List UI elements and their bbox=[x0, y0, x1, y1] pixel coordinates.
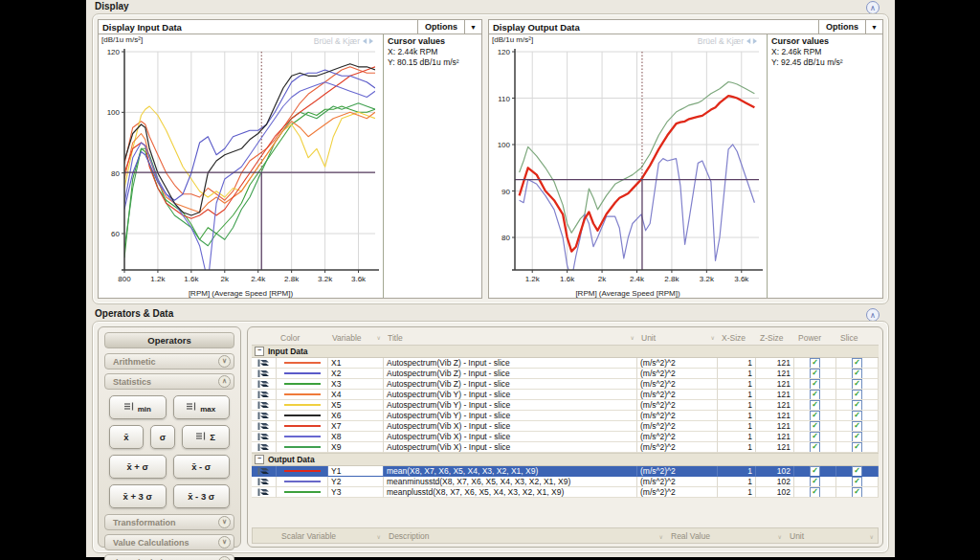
std-operator-button[interactable]: σ bbox=[150, 425, 175, 449]
output-spectrum-chart[interactable]: 1.2k1.6k2k2.4k2.8k3.2k3.6k8090100110120 bbox=[489, 45, 767, 286]
table-row-x3[interactable]: X3Autospectrum(Vib Z) - Input - slice(m/… bbox=[252, 379, 879, 390]
slice-checkbox[interactable]: ✓ bbox=[836, 442, 879, 453]
scalar-column-unit[interactable]: Unit∨ bbox=[786, 531, 878, 541]
operators-section-statistics[interactable]: Statistics∧ bbox=[104, 373, 234, 390]
table-row-y2[interactable]: Y2meanminusstd(X8, X7, X6, X5, X4, X3, X… bbox=[252, 477, 879, 487]
sort-chevron-icon[interactable]: ∨ bbox=[377, 533, 381, 540]
slice-checkbox[interactable]: ✓ bbox=[836, 487, 879, 498]
mean-plus-std-operator-button[interactable]: x̄ + σ bbox=[109, 455, 167, 479]
slice-checkbox[interactable]: ✓ bbox=[836, 466, 879, 477]
checkbox[interactable]: ✓ bbox=[852, 442, 862, 453]
input-spectrum-chart[interactable]: 8001.2k1.6k2k2.4k2.8k3.2k3.6k6080100120 bbox=[99, 45, 383, 286]
scalar-column-real-value[interactable]: Real Value∨ bbox=[667, 531, 786, 541]
power-checkbox[interactable]: ✓ bbox=[794, 390, 836, 400]
collapse-display-button[interactable]: ∧ bbox=[866, 1, 880, 14]
sort-chevron-icon[interactable]: ∨ bbox=[778, 533, 782, 540]
group-row-input-data[interactable]: −Input Data bbox=[252, 345, 879, 358]
sort-chevron-icon[interactable]: ∨ bbox=[631, 331, 635, 345]
power-checkbox[interactable]: ✓ bbox=[794, 442, 836, 453]
checkbox[interactable]: ✓ bbox=[810, 390, 820, 400]
checkbox[interactable]: ✓ bbox=[852, 477, 862, 487]
chevron-down-icon[interactable]: ∨ bbox=[218, 536, 231, 549]
chevron-down-icon[interactable]: ∨ bbox=[218, 355, 231, 368]
output-chart[interactable]: [dB/1u m/s²] Brüel & Kjær 1.2k1.6k2k2.4k… bbox=[489, 34, 767, 298]
operators-section-value-calculations[interactable]: Value Calculations∨ bbox=[104, 534, 234, 550]
mean-minus-3std-operator-button[interactable]: x̄ - 3 σ bbox=[173, 484, 231, 508]
variable-field[interactable]: X5 bbox=[328, 400, 384, 411]
curve-color-swatch[interactable] bbox=[277, 442, 328, 453]
column-header-z-size[interactable]: Z-Size bbox=[756, 331, 794, 345]
checkbox[interactable]: ✓ bbox=[852, 487, 862, 498]
checkbox[interactable]: ✓ bbox=[852, 379, 862, 390]
mean-operator-button[interactable]: x̄ bbox=[109, 425, 144, 449]
table-row-x9[interactable]: X9Autospectrum(Vib X) - Input - slice(m/… bbox=[252, 442, 879, 453]
column-header-power[interactable]: Power bbox=[794, 331, 836, 345]
slice-checkbox[interactable]: ✓ bbox=[836, 411, 879, 421]
title-field[interactable]: Autospectrum(Vib X) - Input - slice bbox=[384, 442, 637, 453]
title-field[interactable]: Autospectrum(Vib X) - Input - slice bbox=[384, 421, 637, 432]
checkbox[interactable]: ✓ bbox=[852, 358, 862, 369]
chevron-down-icon[interactable]: ∨ bbox=[218, 516, 231, 528]
checkbox[interactable]: ✓ bbox=[852, 466, 862, 477]
slice-checkbox[interactable]: ✓ bbox=[836, 432, 879, 442]
curve-color-swatch[interactable] bbox=[277, 421, 328, 432]
checkbox[interactable]: ✓ bbox=[810, 379, 820, 390]
table-row-x4[interactable]: X4Autospectrum(Vib Y) - Input - slice(m/… bbox=[252, 390, 879, 400]
variable-field[interactable]: X2 bbox=[328, 369, 384, 379]
slice-checkbox[interactable]: ✓ bbox=[836, 379, 879, 390]
operators-section-arithmetic[interactable]: Arithmetic∨ bbox=[104, 353, 234, 370]
curve-color-swatch[interactable] bbox=[277, 466, 328, 477]
column-header-variable[interactable]: Variable∨ bbox=[328, 331, 384, 345]
collapse-operators-button[interactable]: ∧ bbox=[866, 308, 880, 322]
column-header-title[interactable]: Title∨ bbox=[384, 331, 637, 345]
group-row-output-data[interactable]: −Output Data bbox=[252, 453, 879, 466]
sort-chevron-icon[interactable]: ∨ bbox=[659, 533, 663, 540]
power-checkbox[interactable]: ✓ bbox=[794, 379, 836, 390]
mean-plus-3std-operator-button[interactable]: x̄ + 3 σ bbox=[109, 484, 167, 508]
table-row-x6[interactable]: X6Autospectrum(Vib Y) - Input - slice(m/… bbox=[252, 411, 879, 421]
checkbox[interactable]: ✓ bbox=[852, 400, 862, 411]
checkbox[interactable]: ✓ bbox=[852, 421, 862, 432]
input-options-dropdown-icon[interactable]: ▼ bbox=[464, 20, 481, 34]
checkbox[interactable]: ✓ bbox=[810, 400, 820, 411]
checkbox[interactable]: ✓ bbox=[810, 466, 820, 477]
collapse-group-icon[interactable]: − bbox=[255, 347, 264, 356]
scalar-column-description[interactable]: Description∨ bbox=[385, 531, 667, 541]
table-row-x5[interactable]: X5Autospectrum(Vib Y) - Input - slice(m/… bbox=[252, 400, 879, 411]
output-options-button[interactable]: Options bbox=[818, 20, 865, 34]
scalar-column-scalar-variable[interactable]: Scalar Variable∨ bbox=[278, 531, 385, 541]
curve-color-swatch[interactable] bbox=[277, 390, 328, 400]
curve-color-swatch[interactable] bbox=[277, 477, 328, 487]
column-header-slice[interactable]: Slice bbox=[836, 331, 879, 345]
checkbox[interactable]: ✓ bbox=[810, 477, 820, 487]
power-checkbox[interactable]: ✓ bbox=[794, 400, 836, 411]
checkbox[interactable]: ✓ bbox=[852, 369, 862, 379]
variable-field[interactable]: X8 bbox=[328, 432, 384, 442]
curve-color-swatch[interactable] bbox=[277, 369, 328, 379]
input-chart[interactable]: [dB/1u m/s²] Brüel & Kjær 8001.2k1.6k2k2… bbox=[99, 34, 383, 298]
table-row-x8[interactable]: X8Autospectrum(Vib X) - Input - slice(m/… bbox=[252, 432, 879, 442]
variable-field[interactable]: X3 bbox=[328, 379, 384, 390]
sort-chevron-icon[interactable]: ∨ bbox=[711, 331, 715, 345]
variable-field[interactable]: X7 bbox=[328, 421, 384, 432]
variable-field[interactable]: Y1 bbox=[328, 466, 384, 477]
checkbox[interactable]: ✓ bbox=[852, 432, 862, 442]
power-checkbox[interactable]: ✓ bbox=[794, 466, 836, 477]
table-row-x7[interactable]: X7Autospectrum(Vib X) - Input - slice(m/… bbox=[252, 421, 879, 432]
checkbox[interactable]: ✓ bbox=[810, 369, 820, 379]
power-checkbox[interactable]: ✓ bbox=[794, 421, 836, 432]
table-row-x1[interactable]: X1Autospectrum(Vib Z) - Input - slice(m/… bbox=[252, 358, 879, 369]
table-row-y1[interactable]: Y1mean(X8, X7, X6, X5, X4, X3, X2, X1, X… bbox=[252, 466, 879, 477]
sort-chevron-icon[interactable]: ∨ bbox=[377, 331, 381, 345]
curve-color-swatch[interactable] bbox=[277, 487, 328, 498]
title-field[interactable]: meanplusstd(X8, X7, X6, X5, X4, X3, X2, … bbox=[384, 487, 637, 498]
power-checkbox[interactable]: ✓ bbox=[794, 477, 836, 487]
checkbox[interactable]: ✓ bbox=[852, 390, 862, 400]
sort-chevron-icon[interactable]: ∨ bbox=[870, 533, 874, 540]
curve-color-swatch[interactable] bbox=[277, 358, 328, 369]
title-field[interactable]: meanminusstd(X8, X7, X6, X5, X4, X3, X2,… bbox=[384, 477, 637, 487]
mean-minus-std-operator-button[interactable]: x̄ - σ bbox=[173, 455, 231, 479]
curve-color-swatch[interactable] bbox=[277, 400, 328, 411]
collapse-group-icon[interactable]: − bbox=[255, 455, 264, 464]
power-checkbox[interactable]: ✓ bbox=[794, 487, 836, 498]
